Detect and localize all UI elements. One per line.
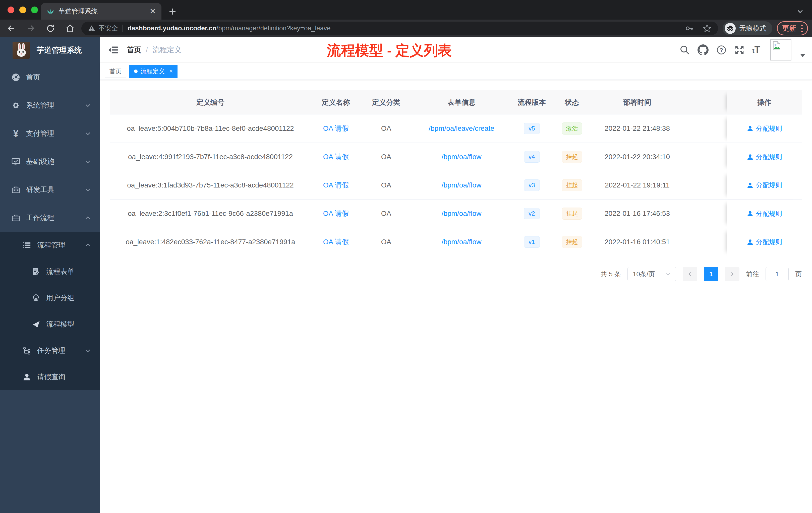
- sidebar-item-devtools[interactable]: 研发工具: [0, 176, 100, 204]
- tab-close-icon[interactable]: ✕: [150, 7, 156, 15]
- col-header-name: 定义名称: [311, 90, 361, 114]
- sidebar-item-process-management[interactable]: 流程管理: [0, 232, 100, 258]
- search-icon[interactable]: [679, 45, 690, 55]
- assign-rule-button[interactable]: 分配规则: [747, 238, 782, 246]
- back-button[interactable]: [6, 24, 16, 33]
- col-header-actions: 操作: [727, 90, 802, 114]
- chevron-up-icon: [85, 242, 91, 248]
- sidebar-item-home[interactable]: 首页: [0, 63, 100, 91]
- reload-button[interactable]: [46, 24, 55, 33]
- sidebar-item-leave-query[interactable]: 请假查询: [0, 364, 100, 390]
- definition-name-link[interactable]: OA 请假: [323, 152, 349, 162]
- next-page-button[interactable]: [725, 267, 740, 281]
- browser-tab-strip: 芋道管理系统 ✕: [0, 0, 812, 20]
- window-minimize-button[interactable]: [19, 6, 26, 13]
- pagination-total: 共 5 条: [601, 270, 621, 279]
- sidebar-toggle-hamburger-icon[interactable]: [108, 44, 119, 56]
- person-icon: [22, 373, 32, 381]
- svg-text:?: ?: [720, 47, 723, 53]
- assign-rule-button[interactable]: 分配规则: [747, 124, 782, 133]
- goto-page-input[interactable]: 1: [765, 267, 789, 281]
- page-number-active[interactable]: 1: [704, 267, 718, 281]
- form-link[interactable]: /bpm/oa/flow: [442, 238, 482, 246]
- table-row: oa_leave:1:482ec033-762a-11ec-8477-a2380…: [110, 228, 802, 256]
- fullscreen-icon[interactable]: [734, 45, 745, 55]
- tags-view-bar: 首页 流程定义 ×: [100, 63, 812, 80]
- logo-rabbit-avatar: [12, 42, 30, 59]
- sidebar-item-workflow[interactable]: 工作流程: [0, 204, 100, 232]
- browser-update-button[interactable]: 更新: [777, 21, 808, 35]
- tree-icon: [22, 346, 32, 355]
- breadcrumb-home[interactable]: 首页: [127, 45, 141, 55]
- sidebar-item-task-management[interactable]: 任务管理: [0, 337, 100, 364]
- browser-tab[interactable]: 芋道管理系统 ✕: [41, 3, 162, 20]
- forward-button[interactable]: [26, 24, 36, 33]
- sidebar-logo[interactable]: 芋道管理系统: [0, 37, 100, 63]
- chevron-right-icon: [729, 271, 735, 277]
- col-header-id: 定义编号: [110, 90, 311, 114]
- col-header-status: 状态: [552, 90, 592, 114]
- assign-rule-button[interactable]: 分配规则: [747, 209, 782, 218]
- browser-menu-dots-icon[interactable]: [801, 25, 803, 32]
- tab-search-chevron-icon[interactable]: [796, 7, 804, 15]
- definition-id: oa_leave:3:1fad3d93-7b75-11ec-a3c8-acde4…: [110, 171, 311, 199]
- navbar: 首页 / 流程定义 流程模型 - 定义列表 ? tT: [100, 37, 812, 63]
- active-tag-dot: [134, 69, 138, 73]
- key-icon[interactable]: [685, 24, 694, 33]
- sidebar-item-process-form[interactable]: 流程表单: [0, 258, 100, 284]
- window-close-button[interactable]: [7, 6, 14, 13]
- group-icon: [31, 294, 41, 302]
- chevron-down-icon: [85, 102, 91, 109]
- table-header-row: 定义编号 定义名称 定义分类 表单信息 流程版本 状态 部署时间 操作: [110, 90, 802, 115]
- deploy-time: 2022-01-16 01:40:51: [592, 228, 683, 256]
- form-link[interactable]: /bpm/oa/flow: [442, 153, 482, 161]
- window-controls[interactable]: [7, 6, 38, 13]
- definition-category: OA: [361, 115, 411, 143]
- assign-rule-button[interactable]: 分配规则: [747, 181, 782, 190]
- definition-name-link[interactable]: OA 请假: [323, 209, 349, 218]
- definition-name-link[interactable]: OA 请假: [323, 180, 349, 190]
- home-button[interactable]: [65, 24, 75, 33]
- url-bar[interactable]: 不安全 dashboard.yudao.iocoder.cn/bpm/manag…: [81, 22, 718, 35]
- sidebar-item-payment[interactable]: ¥ 支付管理: [0, 119, 100, 148]
- definition-category: OA: [361, 143, 411, 171]
- page-annotation-title: 流程模型 - 定义列表: [327, 41, 452, 60]
- security-chip[interactable]: 不安全: [88, 24, 118, 33]
- sidebar-item-process-model[interactable]: 流程模型: [0, 311, 100, 337]
- form-link[interactable]: /bpm/oa/flow: [442, 181, 482, 189]
- sidebar-item-user-group[interactable]: 用户分组: [0, 284, 100, 311]
- sidebar-item-system[interactable]: 系统管理: [0, 91, 100, 119]
- omnibox-divider: [122, 25, 123, 32]
- deploy-time: 2022-01-22 20:34:10: [592, 143, 683, 171]
- gear-icon: [11, 101, 21, 110]
- tag-home[interactable]: 首页: [105, 65, 126, 78]
- avatar-caret-down-icon[interactable]: [800, 54, 806, 58]
- prev-page-button[interactable]: [683, 267, 697, 281]
- new-tab-button[interactable]: [168, 7, 177, 16]
- font-size-icon[interactable]: tT: [752, 44, 760, 55]
- col-header-version: 流程版本: [512, 90, 552, 114]
- page-size-select[interactable]: 10条/页: [628, 267, 676, 281]
- avatar[interactable]: [770, 39, 791, 60]
- form-link[interactable]: /bpm/oa/leave/create: [429, 124, 494, 132]
- bookmark-star-icon[interactable]: [702, 24, 712, 33]
- definition-name-link[interactable]: OA 请假: [323, 124, 349, 133]
- form-link[interactable]: /bpm/oa/flow: [442, 210, 482, 218]
- tag-process-definition[interactable]: 流程定义 ×: [129, 65, 177, 78]
- status-badge: 激活: [562, 122, 582, 135]
- help-icon[interactable]: ?: [716, 45, 727, 55]
- workflow-submenu: 流程管理 流程表单 用户分组 流程模型: [0, 232, 100, 390]
- col-header-deploy-time: 部署时间: [592, 90, 683, 114]
- deploy-time: 2022-01-22 19:19:11: [592, 171, 683, 199]
- definition-category: OA: [361, 228, 411, 256]
- sidebar-item-infra[interactable]: 基础设施: [0, 148, 100, 176]
- user-icon: [747, 210, 754, 217]
- col-header-form: 表单信息: [411, 90, 512, 114]
- assign-rule-button[interactable]: 分配规则: [747, 153, 782, 161]
- version-badge: v4: [524, 151, 540, 163]
- briefcase-icon: [11, 213, 21, 222]
- window-zoom-button[interactable]: [31, 6, 38, 13]
- definition-name-link[interactable]: OA 请假: [323, 237, 349, 247]
- tag-close-icon[interactable]: ×: [169, 68, 173, 75]
- github-icon[interactable]: [697, 44, 708, 56]
